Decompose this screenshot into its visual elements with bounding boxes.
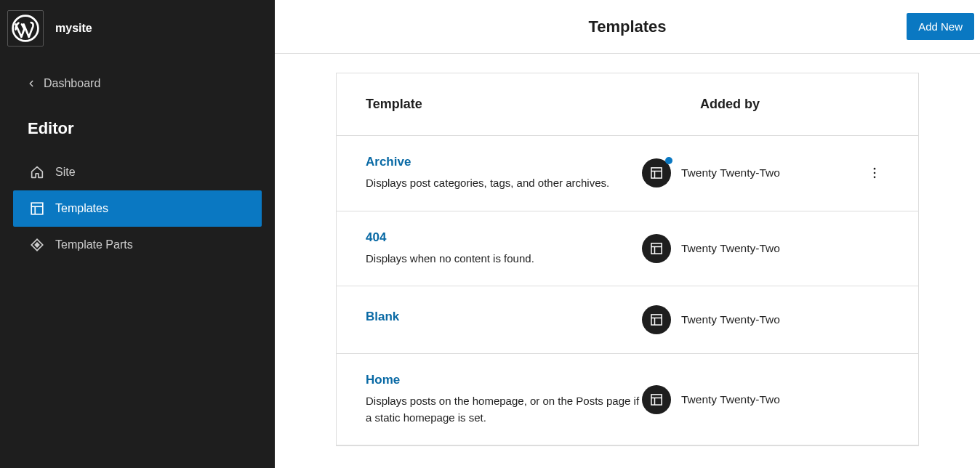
table-row: BlankTwenty Twenty-Two <box>337 286 918 354</box>
template-parts-icon <box>29 237 45 253</box>
nav-item-site[interactable]: Site <box>13 154 262 190</box>
row-actions-menu[interactable] <box>860 166 889 180</box>
dashboard-link[interactable]: Dashboard <box>0 57 275 106</box>
sidebar: mysite Dashboard Editor Site Templates T… <box>0 0 275 468</box>
svg-rect-1 <box>31 203 43 214</box>
template-cell: HomeDisplays posts on the homepage, or o… <box>366 373 642 426</box>
home-icon <box>29 164 45 180</box>
added-by-cell: Twenty Twenty-Two <box>642 234 860 263</box>
page-title: Templates <box>588 17 666 36</box>
svg-rect-6 <box>651 168 662 178</box>
wordpress-logo-icon <box>12 15 39 42</box>
editor-title: Editor <box>0 106 275 154</box>
added-by-name: Twenty Twenty-Two <box>681 242 780 255</box>
template-title-link[interactable]: 404 <box>366 230 642 245</box>
table-row: ArchiveDisplays post categories, tags, a… <box>337 136 918 211</box>
template-description: Displays post categories, tags, and othe… <box>366 175 642 192</box>
added-by-cell: Twenty Twenty-Two <box>642 305 860 334</box>
sidebar-header: mysite <box>0 0 275 57</box>
added-by-cell: Twenty Twenty-Two <box>642 158 860 187</box>
column-template: Template <box>337 73 671 135</box>
templates-table: Template Added by ArchiveDisplays post c… <box>275 54 980 446</box>
nav-label: Template Parts <box>55 238 133 251</box>
added-by-name: Twenty Twenty-Two <box>681 313 780 326</box>
chevron-left-icon <box>26 78 36 89</box>
template-cell: Blank <box>366 310 642 330</box>
main-content: Templates Add New Template Added by Arch… <box>275 0 980 468</box>
table-row: HomeDisplays posts on the homepage, or o… <box>337 354 918 445</box>
template-cell: 404Displays when no content is found. <box>366 230 642 267</box>
add-new-button[interactable]: Add New <box>907 13 974 40</box>
added-by-cell: Twenty Twenty-Two <box>642 385 860 414</box>
nav-label: Templates <box>55 202 108 215</box>
nav-list: Site Templates Template Parts <box>0 154 275 263</box>
template-cell: ArchiveDisplays post categories, tags, a… <box>366 155 642 192</box>
svg-rect-18 <box>651 394 662 404</box>
layout-icon <box>29 201 45 217</box>
svg-rect-5 <box>34 242 40 248</box>
table-header: Template Added by <box>337 73 918 136</box>
theme-icon <box>642 305 671 334</box>
added-by-name: Twenty Twenty-Two <box>681 393 780 406</box>
theme-icon <box>642 234 671 263</box>
template-title-link[interactable]: Blank <box>366 310 642 324</box>
column-added-by: Added by <box>671 73 918 135</box>
nav-label: Site <box>55 166 76 179</box>
main-header: Templates Add New <box>275 0 980 54</box>
svg-rect-12 <box>651 243 662 254</box>
table-row: 404Displays when no content is found.Twe… <box>337 211 918 287</box>
svg-point-11 <box>874 177 876 179</box>
svg-point-10 <box>874 172 876 174</box>
svg-rect-15 <box>651 315 662 325</box>
site-name: mysite <box>55 22 92 35</box>
site-icon[interactable] <box>7 10 44 47</box>
dashboard-label: Dashboard <box>44 77 100 90</box>
template-title-link[interactable]: Archive <box>366 155 642 169</box>
added-by-name: Twenty Twenty-Two <box>681 166 780 179</box>
nav-item-template-parts[interactable]: Template Parts <box>13 227 262 263</box>
svg-point-9 <box>874 168 876 170</box>
template-description: Displays when no content is found. <box>366 251 642 267</box>
nav-item-templates[interactable]: Templates <box>13 190 262 227</box>
template-description: Displays posts on the homepage, or on th… <box>366 393 642 426</box>
theme-icon <box>642 385 671 414</box>
template-title-link[interactable]: Home <box>366 373 642 387</box>
theme-icon <box>642 158 671 187</box>
